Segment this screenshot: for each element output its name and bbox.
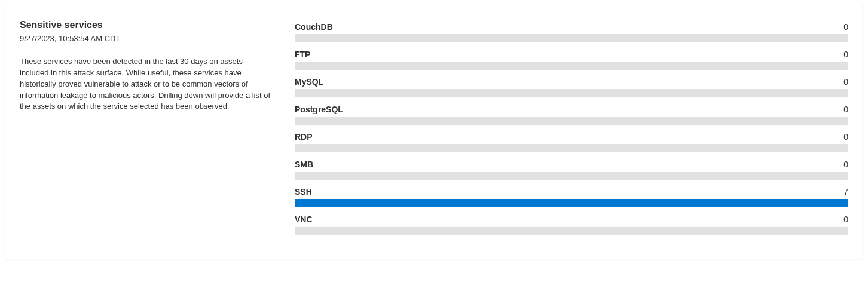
- service-count: 0: [843, 215, 848, 224]
- service-header[interactable]: VNC0: [295, 215, 848, 224]
- service-name: SSH: [295, 187, 312, 197]
- service-count: 0: [843, 77, 848, 87]
- sensitive-services-card: Sensitive services 9/27/2023, 10:53:54 A…: [5, 5, 863, 259]
- bar-track: [295, 172, 848, 180]
- service-count: 7: [843, 187, 848, 197]
- bar-track: [295, 227, 848, 235]
- bar-track: [295, 34, 848, 42]
- bar-fill: [295, 199, 848, 207]
- service-name: CouchDB: [295, 22, 333, 32]
- service-header[interactable]: RDP0: [295, 132, 848, 142]
- service-row[interactable]: FTP0: [295, 47, 848, 70]
- service-count: 0: [843, 132, 848, 142]
- service-row[interactable]: PostgreSQL0: [295, 102, 848, 125]
- card-layout: Sensitive services 9/27/2023, 10:53:54 A…: [20, 20, 848, 240]
- service-header[interactable]: PostgreSQL0: [295, 105, 848, 114]
- service-row[interactable]: VNC0: [295, 212, 848, 235]
- service-header[interactable]: MySQL0: [295, 77, 848, 87]
- service-name: PostgreSQL: [295, 105, 343, 114]
- service-name: RDP: [295, 132, 313, 142]
- service-header[interactable]: FTP0: [295, 50, 848, 59]
- service-name: SMB: [295, 160, 313, 169]
- service-row[interactable]: CouchDB0: [295, 20, 848, 42]
- panel-description: These services have been detected in the…: [20, 56, 271, 112]
- service-name: FTP: [295, 50, 310, 59]
- bar-track: [295, 117, 848, 125]
- info-column: Sensitive services 9/27/2023, 10:53:54 A…: [20, 20, 271, 240]
- panel-timestamp: 9/27/2023, 10:53:54 AM CDT: [20, 34, 271, 43]
- service-header[interactable]: SSH7: [295, 187, 848, 197]
- service-row[interactable]: RDP0: [295, 130, 848, 152]
- service-name: VNC: [295, 215, 313, 224]
- services-list: CouchDB0FTP0MySQL0PostgreSQL0RDP0SMB0SSH…: [295, 20, 848, 240]
- service-count: 0: [843, 22, 848, 32]
- service-row[interactable]: SSH7: [295, 185, 848, 207]
- service-row[interactable]: MySQL0: [295, 75, 848, 97]
- service-name: MySQL: [295, 77, 323, 87]
- bar-track: [295, 144, 848, 152]
- service-count: 0: [843, 105, 848, 114]
- bar-track: [295, 89, 848, 97]
- bar-track: [295, 62, 848, 70]
- service-count: 0: [843, 50, 848, 59]
- service-row[interactable]: SMB0: [295, 157, 848, 180]
- panel-title: Sensitive services: [20, 20, 271, 30]
- service-header[interactable]: SMB0: [295, 160, 848, 169]
- service-header[interactable]: CouchDB0: [295, 22, 848, 32]
- bar-track: [295, 199, 848, 207]
- service-count: 0: [843, 160, 848, 169]
